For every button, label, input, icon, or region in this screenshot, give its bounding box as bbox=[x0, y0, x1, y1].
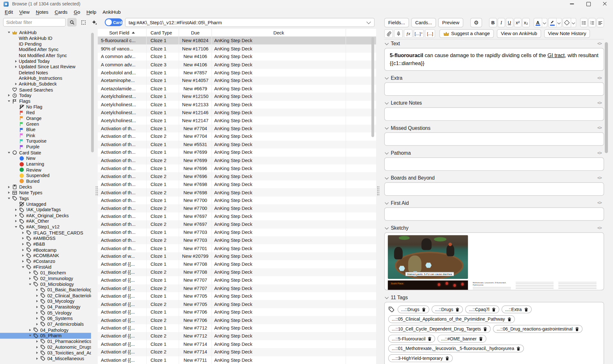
menu-item[interactable]: View bbox=[16, 8, 33, 16]
table-row[interactable]: Activation of th... Cloze 2 New #7704 An… bbox=[98, 132, 376, 140]
table-row[interactable]: Acetylcholinest... Cloze 1 New #12146 An… bbox=[98, 108, 376, 116]
fields-button[interactable]: Fields... bbox=[384, 18, 409, 27]
table-row[interactable]: Activation of {{... Cloze 1 New #7706 An… bbox=[98, 308, 376, 316]
close-button[interactable] bbox=[597, 0, 613, 8]
table-row[interactable]: Activation of {{... Cloze 1 New #7712 An… bbox=[98, 324, 376, 332]
sidebar-tree-item[interactable]: 04_Pathology bbox=[0, 327, 91, 333]
sidebar-tree-item[interactable]: Today bbox=[0, 93, 91, 98]
minimize-button[interactable] bbox=[564, 0, 580, 8]
align-button[interactable] bbox=[596, 18, 604, 27]
field-input[interactable] bbox=[384, 132, 604, 146]
expander-icon[interactable] bbox=[20, 247, 26, 253]
sidebar-tree-item[interactable]: AnkiHub_Instructions bbox=[0, 75, 91, 81]
expander-icon[interactable] bbox=[20, 236, 26, 241]
sketchy-image-casino[interactable]: Stained pants: 5-FU can cause diarrhea bbox=[388, 235, 468, 279]
expander-icon[interactable] bbox=[6, 184, 12, 189]
sidebar-tree-item[interactable]: 01_Basic_Bacteriology bbox=[0, 287, 91, 293]
expander-icon[interactable] bbox=[13, 173, 19, 178]
sidebar-tree-item[interactable]: #AK_Other bbox=[0, 219, 91, 224]
sidebar-tree-item[interactable]: 04_Miscellaneous bbox=[0, 356, 91, 361]
html-editor-icon[interactable]: <> bbox=[597, 125, 602, 130]
expander-icon[interactable] bbox=[20, 241, 26, 247]
table-row[interactable]: Activation of {{... Cloze 2 New #7707 An… bbox=[98, 284, 376, 292]
sidebar-tree-item[interactable]: Learning bbox=[0, 161, 91, 167]
chevron-down-icon[interactable] bbox=[385, 201, 389, 204]
table-row[interactable]: Activation of th... Cloze 2 New #7697 An… bbox=[98, 220, 376, 228]
chevron-down-icon[interactable] bbox=[385, 295, 389, 299]
cards-notes-toggle[interactable]: Cards bbox=[105, 19, 123, 26]
sidebar-tree-item[interactable]: 05_Pharm bbox=[0, 333, 91, 338]
sidebar-tree-item[interactable]: Deleted Notes bbox=[0, 70, 91, 76]
html-editor-icon[interactable]: <> bbox=[597, 75, 602, 80]
highlight-button[interactable] bbox=[548, 18, 556, 27]
html-editor-icon[interactable]: <> bbox=[597, 200, 602, 205]
tag-pill[interactable]: ...::Cpaq7l bbox=[465, 306, 499, 313]
table-row[interactable]: Acetylcholinest... Cloze 1 New #12147 An… bbox=[98, 116, 376, 124]
expander-icon[interactable] bbox=[13, 64, 19, 70]
html-editor-icon[interactable]: <> bbox=[597, 150, 602, 155]
sidebar-tree-item[interactable]: Not Modified After Sync bbox=[0, 53, 91, 58]
view-note-history-button[interactable]: View Note History bbox=[544, 29, 590, 38]
sidebar-tree-item[interactable]: 04_Parasitology bbox=[0, 304, 91, 310]
sidebar-tree-item[interactable]: Updated Today bbox=[0, 58, 91, 64]
table-row[interactable]: A common adv... Cloze 3 New #4106 AnKing… bbox=[98, 61, 376, 69]
expander-icon[interactable] bbox=[34, 316, 40, 321]
tag-pill[interactable]: ...::06_Drug_reactions-gastrointestinal bbox=[493, 325, 582, 333]
column-header-sort-field[interactable]: Sort Field bbox=[98, 29, 147, 36]
delete-tag-icon[interactable] bbox=[524, 307, 528, 311]
sidebar-tree-item[interactable]: #Costanzo bbox=[0, 258, 91, 264]
table-row[interactable]: Activation of th... Cloze 1 New #7704 An… bbox=[98, 124, 376, 132]
column-header-card-type[interactable]: Card Type bbox=[147, 29, 179, 36]
table-row[interactable]: Acetazolamide... Cloze 1 New #6679 AnKin… bbox=[98, 85, 376, 93]
html-editor-icon[interactable]: <> bbox=[597, 226, 602, 231]
table-row[interactable]: Activation of {{... Cloze 1 New #7714 An… bbox=[98, 340, 376, 348]
expander-icon[interactable] bbox=[13, 207, 19, 212]
table-row[interactable]: Activation of th... Cloze 1 New #7697 An… bbox=[98, 212, 376, 220]
delete-tag-icon[interactable] bbox=[479, 337, 483, 341]
sidebar-tree-item[interactable]: AnkiHub_Subdeck bbox=[0, 81, 91, 87]
settings-gear-button[interactable]: ⚙ bbox=[470, 18, 482, 27]
table-row[interactable]: Acetylcholinest... Cloze 1 New #12133 An… bbox=[98, 100, 376, 108]
sidebar-tree-item[interactable]: ID Pending bbox=[0, 41, 91, 47]
table-row[interactable]: Activation of th... Cloze 2 New #7703 An… bbox=[98, 236, 376, 244]
chevron-down-icon[interactable] bbox=[385, 226, 389, 229]
chevron-down-icon[interactable] bbox=[385, 126, 389, 129]
sidebar-tree-item[interactable]: #COMBANK bbox=[0, 253, 91, 258]
table-row[interactable]: Activation of {{... Cloze 1 New #7708 An… bbox=[98, 260, 376, 268]
table-row[interactable]: Activation of th... Cloze 1 New #7703 An… bbox=[98, 228, 376, 236]
html-editor-icon[interactable]: <> bbox=[597, 41, 602, 46]
sidebar-tree-item[interactable]: Card State bbox=[0, 150, 91, 156]
selection-mode-button[interactable] bbox=[79, 18, 88, 26]
table-row[interactable]: Activation of {{... Cloze 2 New #7712 An… bbox=[98, 332, 376, 340]
expander-icon[interactable] bbox=[34, 322, 40, 327]
sidebar-tree-item[interactable]: Saved Searches bbox=[0, 87, 91, 93]
sidebar-tree-item[interactable]: Buried bbox=[0, 178, 91, 184]
table-row[interactable]: Activation of w... Cloze 1 New #20799 An… bbox=[98, 252, 376, 260]
tag-pill[interactable]: ...::01_Methotrexate,_leucovorin,_5-fluo… bbox=[388, 345, 524, 352]
remove-formatting-button[interactable] bbox=[563, 18, 571, 27]
expander-icon[interactable] bbox=[20, 230, 26, 235]
tag-pill[interactable]: ...::Drugs bbox=[431, 306, 463, 313]
view-on-ankihub-button[interactable]: View on AnkiHub bbox=[497, 29, 541, 38]
table-row[interactable]: Activation of th... Cloze 1 New #7696 An… bbox=[98, 165, 376, 173]
editor-scrollbar[interactable] bbox=[605, 42, 608, 153]
table-row[interactable]: Activation of th... Cloze 1 New #7698 An… bbox=[98, 181, 376, 189]
sidebar-tree-item[interactable]: Green bbox=[0, 121, 91, 127]
expander-icon[interactable] bbox=[6, 30, 12, 35]
column-header-deck[interactable]: Deck bbox=[212, 29, 346, 36]
sidebar-tree-item[interactable]: Orange bbox=[0, 115, 91, 121]
sidebar-tree-item[interactable]: #FirstAid bbox=[0, 264, 91, 270]
sidebar-tree-item[interactable]: Review bbox=[0, 167, 91, 173]
splitter-grip-left[interactable] bbox=[95, 186, 98, 196]
table-row[interactable]: Activation of {{... Cloze 2 New #7705 An… bbox=[98, 300, 376, 308]
table-scrollbar[interactable] bbox=[371, 37, 374, 137]
subscript-button[interactable]: x₂ bbox=[522, 18, 530, 27]
expander-icon[interactable] bbox=[13, 104, 19, 109]
sidebar-tree-item[interactable]: Note Types bbox=[0, 190, 91, 196]
expander-icon[interactable] bbox=[34, 293, 40, 298]
sidebar-tree-item[interactable]: Purple bbox=[0, 144, 91, 150]
sidebar-tree-item[interactable]: 05_Virology bbox=[0, 310, 91, 316]
table-row[interactable]: Activation of th... Cloze 1 New #5531 An… bbox=[98, 140, 376, 148]
expander-icon[interactable] bbox=[13, 138, 19, 144]
text-color-dropdown[interactable] bbox=[542, 18, 547, 27]
